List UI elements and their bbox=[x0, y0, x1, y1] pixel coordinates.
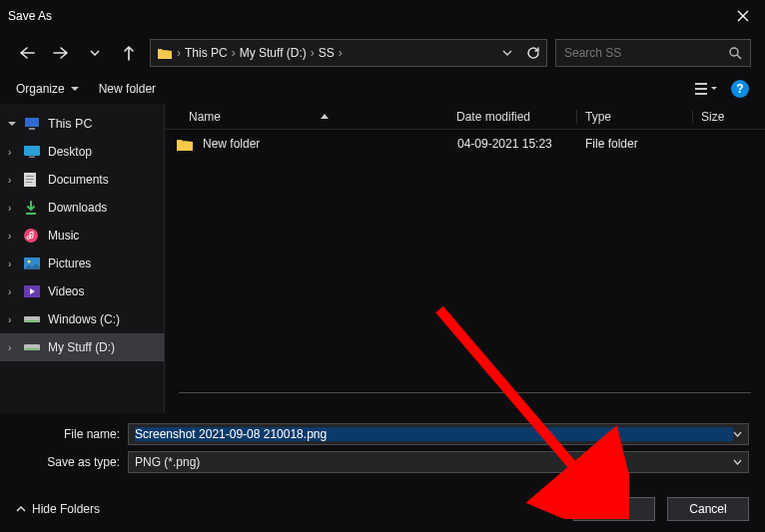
breadcrumb-1[interactable]: My Stuff (D:) bbox=[240, 46, 307, 60]
filename-combo[interactable] bbox=[128, 423, 749, 445]
chevron-down-icon[interactable] bbox=[733, 431, 742, 437]
save-button[interactable]: Save bbox=[573, 497, 655, 521]
chevron-right-icon: › bbox=[8, 314, 18, 325]
pictures-icon bbox=[24, 258, 42, 269]
search-box[interactable] bbox=[555, 39, 751, 67]
svg-rect-2 bbox=[695, 88, 707, 90]
sidebar-item-videos[interactable]: › Videos bbox=[0, 277, 164, 305]
downloads-icon bbox=[24, 201, 42, 215]
desktop-icon bbox=[24, 146, 42, 158]
window-title: Save As bbox=[8, 9, 729, 23]
organize-label: Organize bbox=[16, 82, 65, 96]
sidebar-item-label: Music bbox=[48, 229, 79, 243]
sidebar-item-label: Downloads bbox=[48, 201, 107, 215]
divider bbox=[179, 392, 751, 393]
col-type-header[interactable]: Type bbox=[585, 110, 611, 124]
col-date-header[interactable]: Date modified bbox=[456, 110, 530, 124]
folder-icon bbox=[157, 46, 173, 60]
main-area: This PC › Desktop › Documents › Download… bbox=[0, 104, 765, 413]
sort-arrow-icon bbox=[321, 114, 329, 119]
breadcrumb-2[interactable]: SS bbox=[319, 46, 335, 60]
breadcrumb-0[interactable]: This PC bbox=[185, 46, 228, 60]
refresh-button[interactable] bbox=[526, 46, 540, 60]
chevron-right-icon: › bbox=[8, 147, 18, 158]
file-row[interactable]: New folder 04-09-2021 15:23 File folder bbox=[165, 130, 765, 158]
hide-folders-label: Hide Folders bbox=[32, 502, 100, 516]
filename-label: File name: bbox=[40, 427, 120, 441]
file-list-area: Name Date modified Type Size New folder … bbox=[164, 104, 765, 413]
column-headers[interactable]: Name Date modified Type Size bbox=[165, 104, 765, 130]
svg-rect-5 bbox=[29, 128, 35, 130]
svg-rect-1 bbox=[695, 83, 707, 85]
folder-icon bbox=[177, 138, 195, 151]
tree-root-label: This PC bbox=[48, 117, 92, 131]
svg-rect-10 bbox=[26, 179, 34, 180]
svg-rect-6 bbox=[24, 146, 40, 156]
saveastype-combo[interactable]: PNG (*.png) bbox=[128, 451, 749, 473]
chevron-right-icon: › bbox=[8, 259, 18, 269]
chevron-right-icon: › bbox=[8, 203, 18, 214]
sidebar-item-downloads[interactable]: › Downloads bbox=[0, 194, 164, 222]
search-icon bbox=[729, 47, 742, 60]
cancel-button[interactable]: Cancel bbox=[667, 497, 749, 521]
svg-rect-11 bbox=[26, 182, 32, 183]
sidebar-item-label: Videos bbox=[48, 284, 84, 298]
search-input[interactable] bbox=[564, 46, 721, 60]
sidebar-item-label: Desktop bbox=[48, 145, 92, 159]
svg-rect-7 bbox=[29, 157, 35, 159]
chevron-right-icon: › bbox=[177, 46, 181, 60]
chevron-down-icon[interactable] bbox=[502, 50, 512, 56]
sidebar-item-label: Windows (C:) bbox=[48, 312, 120, 326]
drive-icon bbox=[24, 342, 42, 352]
sidebar-item-music[interactable]: › Music bbox=[0, 222, 164, 250]
forward-button[interactable] bbox=[48, 40, 74, 66]
organize-menu[interactable]: Organize bbox=[16, 82, 79, 96]
sidebar-item-desktop[interactable]: › Desktop bbox=[0, 138, 164, 166]
col-size-header[interactable]: Size bbox=[701, 110, 724, 124]
saveastype-value: PNG (*.png) bbox=[135, 455, 733, 469]
chevron-right-icon: › bbox=[339, 46, 343, 60]
documents-icon bbox=[24, 173, 42, 187]
sidebar-item-label: My Stuff (D:) bbox=[48, 340, 115, 354]
new-folder-label: New folder bbox=[99, 82, 156, 96]
help-icon[interactable]: ? bbox=[731, 80, 749, 98]
sidebar-item-pictures[interactable]: › Pictures bbox=[0, 250, 164, 277]
address-bar[interactable]: › This PC › My Stuff (D:) › SS › bbox=[150, 39, 547, 67]
chevron-down-icon bbox=[8, 122, 18, 127]
music-icon bbox=[24, 229, 42, 243]
svg-rect-12 bbox=[26, 213, 36, 215]
thispc-icon bbox=[24, 117, 42, 131]
file-name: New folder bbox=[195, 137, 457, 151]
chevron-right-icon: › bbox=[311, 46, 315, 60]
hide-folders-button[interactable]: Hide Folders bbox=[16, 502, 100, 516]
svg-point-0 bbox=[730, 48, 738, 56]
tree-root-thispc[interactable]: This PC bbox=[0, 110, 164, 138]
up-button[interactable] bbox=[116, 40, 142, 66]
chevron-right-icon: › bbox=[8, 342, 18, 353]
titlebar: Save As bbox=[0, 0, 765, 32]
bottom-panel: File name: Save as type: PNG (*.png) bbox=[0, 413, 765, 489]
back-button[interactable] bbox=[14, 40, 40, 66]
col-name-header[interactable]: Name bbox=[189, 110, 221, 124]
saveastype-label: Save as type: bbox=[40, 455, 120, 469]
button-row: Hide Folders Save Cancel bbox=[0, 489, 765, 529]
chevron-right-icon: › bbox=[8, 286, 18, 297]
nav-row: › This PC › My Stuff (D:) › SS › bbox=[0, 32, 765, 74]
new-folder-button[interactable]: New folder bbox=[99, 82, 156, 96]
file-date: 04-09-2021 15:23 bbox=[457, 137, 577, 151]
svg-point-15 bbox=[28, 261, 31, 264]
sidebar-item-drive-d[interactable]: › My Stuff (D:) bbox=[0, 333, 164, 361]
svg-rect-3 bbox=[695, 93, 707, 95]
svg-rect-18 bbox=[25, 320, 39, 322]
view-menu[interactable] bbox=[695, 82, 717, 96]
sidebar-item-label: Documents bbox=[48, 173, 109, 187]
chevron-right-icon: › bbox=[232, 46, 236, 60]
recent-dropdown[interactable] bbox=[82, 40, 108, 66]
sidebar-item-drive-c[interactable]: › Windows (C:) bbox=[0, 305, 164, 333]
svg-rect-4 bbox=[25, 118, 39, 127]
chevron-down-icon[interactable] bbox=[733, 459, 742, 465]
file-type: File folder bbox=[577, 137, 693, 151]
sidebar-item-documents[interactable]: › Documents bbox=[0, 166, 164, 194]
filename-input[interactable] bbox=[135, 427, 733, 441]
close-button[interactable] bbox=[729, 2, 757, 30]
